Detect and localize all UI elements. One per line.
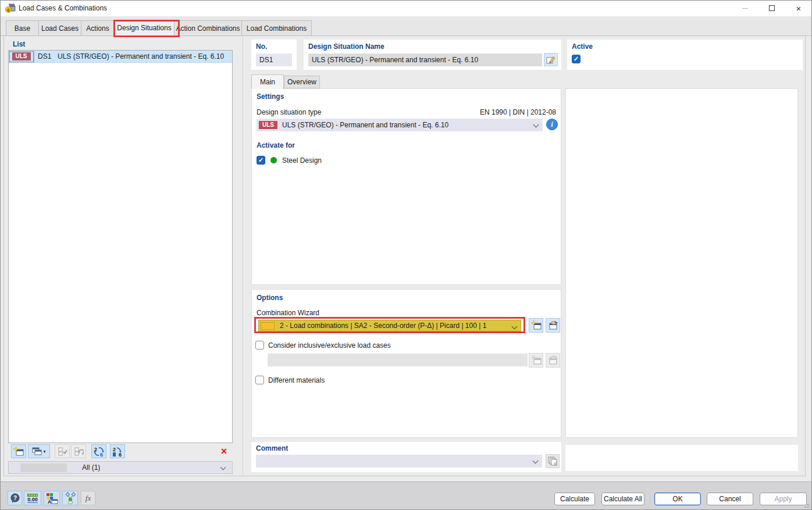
ok-button[interactable]: OK	[654, 493, 701, 505]
list-item-no: DS1	[34, 52, 58, 60]
main-tab-strip: Base Load Cases Actions Design Situation…	[0, 16, 812, 36]
comment-combobox[interactable]	[256, 455, 542, 468]
chevron-down-icon	[512, 324, 518, 330]
uls-badge-cell: ULS	[9, 51, 34, 63]
apply-button-disabled: Apply	[760, 493, 807, 505]
copy-item-button[interactable]: ▾	[28, 444, 50, 458]
combination-wizard-label: Combination Wizard	[257, 309, 319, 317]
active-checkbox[interactable]: ✓	[572, 55, 580, 63]
active-label: Active	[572, 42, 593, 51]
fx-icon: fx	[86, 494, 91, 503]
annotation-box-combination-wizard: 2 - Load combinations | SA2 - Second-ord…	[254, 317, 525, 333]
svg-text:2: 2	[113, 447, 116, 452]
steel-design-status-dot	[270, 157, 277, 163]
subtab-main[interactable]: Main	[251, 74, 284, 89]
wizard-edit-button[interactable]	[546, 318, 560, 333]
renumber-options-button[interactable]: 2 6	[110, 444, 125, 458]
units-settings-button[interactable]: 0.00	[24, 491, 41, 505]
inclusive-exclusive-checkbox[interactable]	[255, 341, 264, 349]
activate-for-header: Activate for	[257, 141, 295, 149]
list-item[interactable]: ULS DS1 ULS (STR/GEO) - Permanent and tr…	[9, 51, 232, 63]
detail-preview-panel	[565, 88, 798, 438]
tab-load-combinations[interactable]: Load Combinations	[241, 20, 312, 35]
renumber-button[interactable]: 2 6	[91, 444, 106, 458]
comment-copy-button[interactable]	[546, 454, 560, 468]
panel-divider	[243, 37, 243, 476]
new-icon-disabled	[531, 355, 542, 365]
tab-load-cases[interactable]: Load Cases	[38, 20, 81, 35]
cancel-button[interactable]: Cancel	[707, 493, 753, 505]
design-situation-type-dropdown[interactable]: ULS ULS (STR/GEO) - Permanent and transi…	[257, 119, 543, 131]
calculate-all-button[interactable]: Calculate All	[601, 493, 644, 505]
options-header: Options	[257, 294, 283, 302]
design-situation-name-field[interactable]: ULS (STR/GEO) - Permanent and transient …	[308, 54, 542, 66]
maximize-icon	[769, 5, 775, 11]
design-situation-type-label: Design situation type	[257, 108, 321, 116]
formula-button[interactable]: fx	[81, 491, 95, 505]
edit-pencil-icon	[546, 55, 555, 65]
close-button[interactable]: ×	[785, 0, 812, 16]
renumber-options-icon: 2 6	[112, 446, 123, 457]
delete-icon: ×	[221, 446, 227, 456]
calculate-button[interactable]: Calculate	[554, 493, 595, 505]
maximize-button[interactable]	[758, 0, 785, 16]
wizard-new-button[interactable]	[529, 318, 543, 333]
units-icon: 0.00	[27, 494, 38, 503]
rename-button[interactable]	[544, 53, 558, 66]
list-filter-dropdown[interactable]: All (1)	[8, 461, 233, 474]
close-icon: ×	[796, 4, 802, 13]
combination-wizard-dropdown[interactable]: 2 - Load combinations | SA2 - Second-ord…	[258, 320, 521, 331]
app-icon: 6	[5, 3, 16, 13]
design-situation-type-value: ULS (STR/GEO) - Permanent and transient …	[282, 121, 448, 129]
type-info-button[interactable]: i	[546, 119, 558, 130]
display-settings-button[interactable]: A	[44, 491, 60, 505]
chevron-down-icon	[533, 122, 539, 128]
list-item-name: ULS (STR/GEO) - Permanent and transient …	[58, 52, 232, 60]
svg-text:A: A	[48, 499, 52, 504]
inclusive-exclusive-field	[268, 354, 528, 366]
active-section: Active ✓	[567, 40, 803, 70]
copy-dropdown-caret: ▾	[43, 449, 45, 454]
minimize-icon	[742, 8, 748, 9]
select-all-button[interactable]	[55, 444, 70, 458]
delete-item-button[interactable]: ×	[216, 444, 232, 458]
tab-actions[interactable]: Actions	[81, 20, 115, 35]
uls-type-badge: ULS	[259, 121, 277, 129]
design-situation-list: ULS DS1 ULS (STR/GEO) - Permanent and tr…	[8, 50, 233, 443]
tab-base[interactable]: Base	[6, 20, 39, 35]
svg-text:6: 6	[100, 452, 103, 457]
new-wizard-icon	[531, 320, 542, 330]
tree-scheme-icon	[65, 492, 76, 504]
comment-panel: Comment	[251, 442, 561, 472]
no-field[interactable]: DS1	[256, 54, 292, 66]
check-icon: ✓	[574, 55, 579, 63]
edit-wizard-icon	[548, 320, 558, 330]
display-colors-icon: A	[46, 493, 58, 504]
steel-design-checkbox[interactable]: ✓	[257, 156, 265, 165]
new-item-button[interactable]	[11, 444, 26, 458]
check-icon: ✓	[258, 156, 263, 164]
name-section: Design Situation Name ULS (STR/GEO) - Pe…	[304, 40, 561, 70]
toggle-selection-button[interactable]	[71, 444, 86, 458]
combination-scheme-button[interactable]	[62, 491, 78, 505]
help-button[interactable]: ?	[8, 491, 22, 505]
different-materials-checkbox[interactable]	[255, 376, 264, 384]
tab-action-combinations[interactable]: Action Combinations	[174, 20, 242, 35]
uls-badge: ULS	[12, 52, 31, 60]
help-icon: ?	[10, 493, 20, 504]
svg-text:6: 6	[7, 8, 10, 13]
resize-grip[interactable]	[804, 502, 810, 508]
title-bar: 6 Load Cases & Combinations ×	[0, 0, 812, 16]
subtab-overview[interactable]: Overview	[284, 76, 320, 88]
tab-design-situations[interactable]: Design Situations	[114, 20, 174, 35]
detail-lower-panel	[565, 445, 798, 471]
minimize-button[interactable]	[732, 0, 758, 16]
filter-color-swatch	[20, 463, 67, 472]
steel-design-label: Steel Design	[282, 156, 322, 165]
options-panel: Options Combination Wizard 2 - Load comb…	[251, 289, 561, 438]
window-title: Load Cases & Combinations	[19, 4, 107, 12]
chevron-down-icon	[533, 458, 539, 464]
inclusive-exclusive-label: Consider inclusive/exclusive load cases	[268, 341, 391, 349]
combination-wizard-value: 2 - Load combinations | SA2 - Second-ord…	[280, 322, 486, 330]
wizard-color-swatch	[261, 322, 275, 330]
